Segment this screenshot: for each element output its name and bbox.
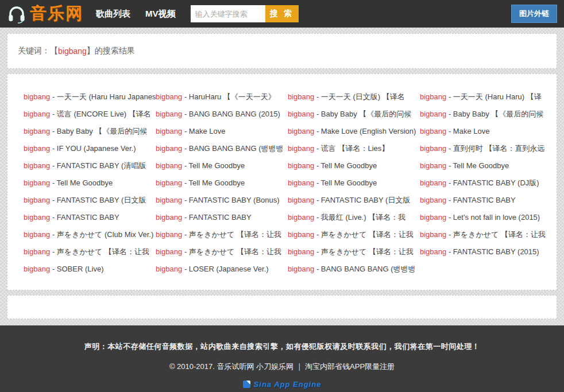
search-result-link[interactable]: bigbang - FANTASTIC BABY (2015) [420, 243, 552, 261]
results-column-2: bigbang - HaruHaru 【《一天一天》bigbang - BANG… [156, 88, 288, 290]
result-title: - 一天一天 (Haru Haru) 【译 [446, 92, 541, 101]
search-result-link[interactable]: bigbang - Tell Me Goodbye [288, 174, 420, 192]
search-result-link[interactable]: bigbang - FANTASTIC BABY [420, 192, 552, 209]
result-artist: bigbang [156, 213, 182, 222]
search-button[interactable]: 搜 索 [265, 5, 299, 22]
result-title: - Tell Me Goodbye [314, 178, 377, 187]
search-result-link[interactable]: bigbang - 声をきかせて 【译名：让我 [156, 243, 288, 261]
result-artist: bigbang [288, 213, 314, 222]
search-results-panel: bigbang - 一天一天 (Haru Haru Japanese Ver.)… [7, 73, 557, 290]
search-result-link[interactable]: bigbang - Tell Me Goodbye [156, 157, 288, 174]
search-result-link[interactable]: bigbang - Tell Me Goodbye [420, 157, 552, 174]
result-title: - IF YOU (Japanese Ver.) [50, 144, 136, 153]
result-artist: bigbang [420, 110, 446, 118]
search-result-link[interactable]: bigbang - Baby Baby 【《最后的问候 [24, 123, 156, 140]
search-result-link[interactable]: bigbang - FANTASTIC BABY (Bonus) [156, 192, 288, 209]
nav-mv-video[interactable]: MV视频 [145, 9, 176, 20]
search-input[interactable] [191, 5, 265, 22]
result-artist: bigbang [156, 265, 182, 273]
result-artist: bigbang [156, 127, 182, 135]
result-title: - Tell Me Goodbye [182, 161, 245, 170]
result-artist: bigbang [24, 230, 50, 239]
result-title: - 声をきかせて 【译名：让我 [446, 230, 546, 239]
result-title: - 一天一天 (日文版) 【译名 [314, 92, 404, 101]
search-result-link[interactable]: bigbang - SOBER (Live) [24, 261, 156, 278]
search-result-link[interactable]: bigbang - FANTASTIC BABY (日文版 [24, 192, 156, 209]
search-result-link[interactable]: bigbang - 声をきかせて (Club Mix Ver.) [24, 226, 156, 243]
search-result-link[interactable]: bigbang - 我最红 (Live.) 【译名：我 [288, 209, 420, 226]
search-result-link[interactable]: bigbang - Make Love (English Version) [288, 123, 420, 140]
search-result-link[interactable]: bigbang - Make Love [420, 123, 552, 140]
image-external-link-button[interactable]: 图片外链 [511, 5, 557, 23]
search-result-link[interactable]: bigbang - 直到何时 【译名：直到永远 [420, 140, 552, 157]
nav-song-list[interactable]: 歌曲列表 [96, 9, 130, 20]
search-result-link[interactable]: bigbang - LOSER (Japanese Ver.) [156, 261, 288, 278]
search-result-link[interactable]: bigbang - Tell Me Goodbye [156, 174, 288, 192]
result-artist: bigbang [156, 110, 182, 118]
result-title: - FANTASTIC BABY [182, 213, 251, 222]
search-result-link[interactable]: bigbang - 声をきかせて 【译名：让我 [288, 243, 420, 261]
search-result-link[interactable]: bigbang - 一天一天 (Haru Haru Japanese Ver.) [24, 88, 156, 106]
result-title: - BANG BANG BANG (2015) [182, 110, 280, 118]
search-result-link[interactable]: bigbang - Baby Baby 【《最后的问候 [288, 106, 420, 123]
result-title: - Tell Me Goodbye [446, 161, 509, 170]
search-result-link[interactable]: bigbang - FANTASTIC BABY [24, 209, 156, 226]
search-result-link[interactable]: bigbang - 声をきかせて 【译名：让我 [420, 226, 552, 243]
results-column-4: bigbang - 一天一天 (Haru Haru) 【译bigbang - B… [420, 88, 552, 290]
result-artist: bigbang [288, 92, 314, 101]
search-result-link[interactable]: bigbang - 声をきかせて 【译名：让我 [24, 243, 156, 261]
search-result-link[interactable]: bigbang - 声をきかせて 【译名：让我 [288, 226, 420, 243]
result-artist: bigbang [288, 178, 314, 187]
search-result-link[interactable]: bigbang - FANTASTIC BABY [156, 209, 288, 226]
result-artist: bigbang [24, 161, 50, 170]
search-result-link[interactable]: bigbang - 谎言 (ENCORE Live) 【译名 [24, 106, 156, 123]
result-title: - 直到何时 【译名：直到永远 [446, 144, 544, 153]
search-result-link[interactable]: bigbang - BANG BANG BANG (뱅뱅뱅 [156, 140, 288, 157]
result-title: - BANG BANG BANG (뱅뱅뱅 [314, 265, 415, 273]
result-title: - SOBER (Live) [50, 265, 103, 273]
keyword-term: bigbang [58, 46, 87, 56]
search-result-link[interactable]: bigbang - 谎言 【译名：Lies】 [288, 140, 420, 157]
result-title: - 声をきかせて 【译名：让我 [50, 247, 149, 256]
keyword-result-bar: 关键词：【bigbang】的搜索结果 [7, 33, 557, 69]
result-artist: bigbang [288, 265, 314, 273]
result-artist: bigbang [420, 230, 446, 239]
search-box: 搜 索 [191, 5, 299, 22]
result-artist: bigbang [156, 144, 182, 153]
keyword-prefix: 关键词：【 [18, 46, 58, 56]
search-result-link[interactable]: bigbang - BANG BANG BANG (2015) [156, 106, 288, 123]
results-column-3: bigbang - 一天一天 (日文版) 【译名bigbang - Baby B… [288, 88, 420, 290]
search-result-link[interactable]: bigbang - FANTASTIC BABY (清唱版 [24, 157, 156, 174]
result-artist: bigbang [288, 247, 314, 256]
result-artist: bigbang [24, 110, 50, 118]
result-artist: bigbang [24, 247, 50, 256]
result-artist: bigbang [24, 213, 50, 222]
result-artist: bigbang [420, 92, 446, 101]
sina-app-engine-label: Sina App Engine [254, 380, 322, 389]
search-result-link[interactable]: bigbang - FANTASTIC BABY (日文版 [288, 192, 420, 209]
result-title: - Let's not fall in love (2015) [446, 213, 540, 222]
search-result-link[interactable]: bigbang - Tell Me Goodbye [24, 174, 156, 192]
search-result-link[interactable]: bigbang - 声をきかせて 【译名：让我 [156, 226, 288, 243]
result-title: - FANTASTIC BABY [50, 213, 119, 222]
result-title: - FANTASTIC BABY (2015) [446, 247, 539, 256]
result-artist: bigbang [420, 178, 446, 187]
site-logo[interactable]: 音乐网 [7, 2, 83, 25]
search-result-link[interactable]: bigbang - Tell Me Goodbye [288, 157, 420, 174]
result-artist: bigbang [288, 230, 314, 239]
search-result-link[interactable]: bigbang - HaruHaru 【《一天一天》 [156, 88, 288, 106]
search-result-link[interactable]: bigbang - Baby Baby 【《最后的问候 [420, 106, 552, 123]
search-result-link[interactable]: bigbang - BANG BANG BANG (뱅뱅뱅 [288, 261, 420, 278]
result-title: - 声をきかせて (Club Mix Ver.) [50, 230, 153, 239]
sina-app-engine-link[interactable]: Sina App Engine [243, 380, 322, 389]
search-result-link[interactable]: bigbang - Make Love [156, 123, 288, 140]
result-title: - Baby Baby 【《最后的问候 [50, 127, 147, 135]
pagination-panel-empty [7, 295, 557, 319]
search-result-link[interactable]: bigbang - 一天一天 (日文版) 【译名 [288, 88, 420, 106]
search-result-link[interactable]: bigbang - 一天一天 (Haru Haru) 【译 [420, 88, 552, 106]
result-artist: bigbang [156, 247, 182, 256]
search-result-link[interactable]: bigbang - IF YOU (Japanese Ver.) [24, 140, 156, 157]
search-result-link[interactable]: bigbang - FANTASTIC BABY (DJ版) [420, 174, 552, 192]
search-result-link[interactable]: bigbang - Let's not fall in love (2015) [420, 209, 552, 226]
result-title: - Make Love (English Version) [314, 127, 416, 135]
